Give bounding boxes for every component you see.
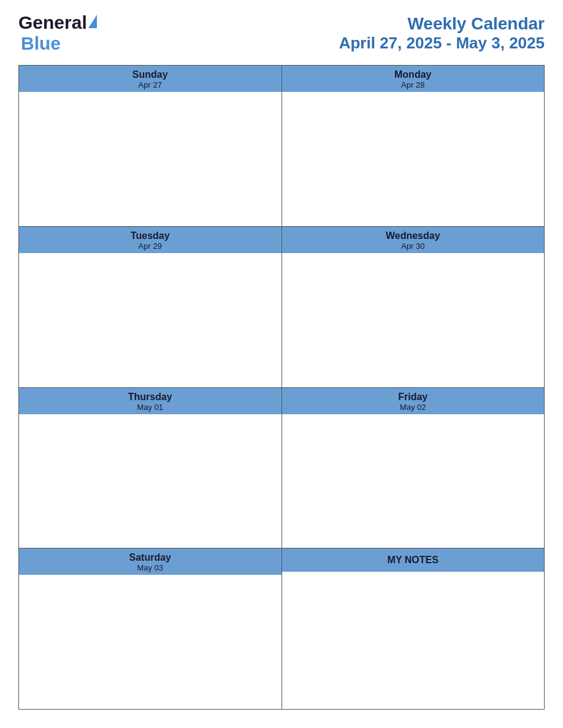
thursday-date: May 01 xyxy=(21,403,279,412)
sunday-header: Sunday Apr 27 xyxy=(19,66,282,92)
monday-date: Apr 28 xyxy=(285,80,542,89)
tuesday-name: Tuesday xyxy=(21,230,279,241)
friday-cell: Friday May 02 xyxy=(282,387,545,548)
calendar-title-block: Weekly Calendar April 27, 2025 - May 3, … xyxy=(339,14,545,53)
logo-blue-text: Blue xyxy=(21,33,61,54)
thursday-name: Thursday xyxy=(21,392,279,403)
tuesday-header: Tuesday Apr 29 xyxy=(19,227,282,253)
sunday-content[interactable] xyxy=(19,92,282,199)
table-row: Thursday May 01 Friday May 02 xyxy=(19,387,545,548)
logo: General Blue xyxy=(18,12,98,54)
saturday-content[interactable] xyxy=(19,575,282,682)
friday-name: Friday xyxy=(285,392,542,403)
wednesday-header: Wednesday Apr 30 xyxy=(282,227,545,253)
logo-general-text: General xyxy=(18,12,87,33)
wednesday-cell: Wednesday Apr 30 xyxy=(282,226,545,387)
saturday-name: Saturday xyxy=(21,552,279,563)
notes-label: MY NOTES xyxy=(285,555,542,566)
wednesday-date: Apr 30 xyxy=(285,241,542,251)
sunday-name: Sunday xyxy=(21,69,279,80)
notes-cell: MY NOTES xyxy=(282,548,545,710)
monday-name: Monday xyxy=(285,69,542,80)
friday-date: May 02 xyxy=(285,403,542,412)
thursday-header: Thursday May 01 xyxy=(19,388,282,414)
monday-content[interactable] xyxy=(282,92,545,199)
tuesday-cell: Tuesday Apr 29 xyxy=(19,226,282,387)
tuesday-content[interactable] xyxy=(19,253,282,360)
sunday-cell: Sunday Apr 27 xyxy=(19,66,282,227)
thursday-content[interactable] xyxy=(19,414,282,521)
saturday-header: Saturday May 03 xyxy=(19,548,282,575)
wednesday-name: Wednesday xyxy=(285,230,542,241)
table-row: Saturday May 03 MY NOTES xyxy=(19,548,545,710)
saturday-cell: Saturday May 03 xyxy=(19,548,282,710)
page-header: General Blue Weekly Calendar April 27, 2… xyxy=(18,12,545,54)
table-row: Tuesday Apr 29 Wednesday Apr 30 xyxy=(19,226,545,387)
notes-header: MY NOTES xyxy=(282,548,545,572)
calendar-title: Weekly Calendar xyxy=(339,14,545,34)
tuesday-date: Apr 29 xyxy=(21,241,279,251)
saturday-date: May 03 xyxy=(21,563,279,572)
sunday-date: Apr 27 xyxy=(21,80,279,89)
thursday-cell: Thursday May 01 xyxy=(19,387,282,548)
monday-header: Monday Apr 28 xyxy=(282,66,545,92)
friday-header: Friday May 02 xyxy=(282,388,545,414)
wednesday-content[interactable] xyxy=(282,253,545,360)
table-row: Sunday Apr 27 Monday Apr 28 xyxy=(19,66,545,227)
notes-content[interactable] xyxy=(282,572,545,679)
friday-content[interactable] xyxy=(282,414,545,521)
calendar-table: Sunday Apr 27 Monday Apr 28 Tuesday Apr … xyxy=(18,65,545,710)
monday-cell: Monday Apr 28 xyxy=(282,66,545,227)
calendar-date-range: April 27, 2025 - May 3, 2025 xyxy=(339,34,545,53)
logo-triangle-icon xyxy=(88,15,97,28)
